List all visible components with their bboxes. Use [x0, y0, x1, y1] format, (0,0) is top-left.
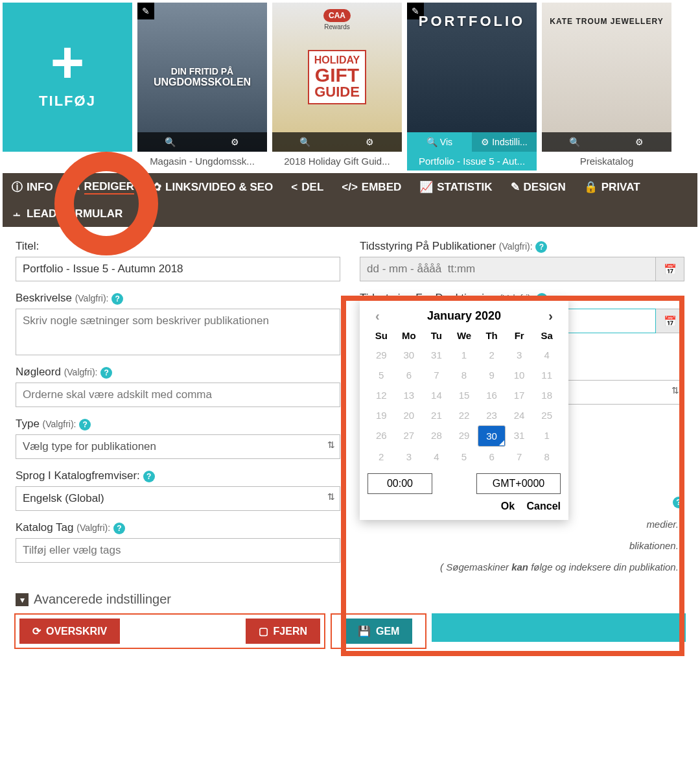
type-select[interactable]: Vælg type for publikationen	[16, 434, 340, 459]
titel-input[interactable]	[16, 257, 340, 281]
calendar-day[interactable]: 27	[395, 425, 423, 447]
zoom-button[interactable]: 🔍	[542, 132, 607, 152]
calendar-day[interactable]: 7	[506, 447, 533, 467]
calendar-day[interactable]: 15	[450, 385, 478, 405]
calendar-day[interactable]: 4	[533, 345, 561, 365]
tag-input[interactable]	[16, 538, 340, 563]
refresh-icon: ⟳	[32, 625, 41, 637]
cancel-button[interactable]: Cancel	[527, 501, 561, 512]
calendar-day[interactable]: 25	[533, 405, 561, 425]
calendar-day[interactable]: 10	[506, 365, 533, 385]
calendar-day[interactable]: 11	[533, 365, 561, 385]
publication-cover[interactable]: CAA Rewards HOLIDAY GIFT GUIDE 🔍 ⚙	[272, 3, 402, 152]
calendar-day[interactable]: 2	[368, 447, 395, 467]
calendar-day[interactable]: 3	[395, 447, 423, 467]
gear-icon: ⚙	[635, 137, 644, 147]
calendar-day[interactable]: 30	[478, 425, 506, 447]
ok-button[interactable]: Ok	[501, 501, 515, 512]
calendar-day[interactable]: 13	[395, 385, 423, 405]
help-icon[interactable]: ?	[535, 241, 547, 253]
calendar-day[interactable]: 12	[368, 385, 395, 405]
tab-bar: ⓘINFO ✎REDIGER ✿LINKS/VIDEO & SEO <DEL <…	[3, 173, 697, 227]
timezone-input[interactable]	[476, 473, 561, 494]
fjern-button[interactable]: ▢FJERN	[246, 619, 320, 644]
search-icon: 🔍	[569, 137, 580, 147]
tab-lead[interactable]: ⫠LEAD FORMULAR	[3, 201, 132, 227]
settings-button[interactable]: ⚙	[202, 132, 267, 152]
calendar-day[interactable]: 31	[423, 345, 450, 365]
help-icon[interactable]: ?	[79, 419, 91, 430]
tab-embed[interactable]: </>EMBED	[332, 173, 410, 201]
calendar-day[interactable]: 19	[368, 405, 395, 425]
settings-button[interactable]: ⚙	[337, 132, 402, 152]
overskriv-button[interactable]: ⟳OVERSKRIV	[19, 619, 120, 644]
calendar-day[interactable]: 20	[395, 405, 423, 425]
publication-cover[interactable]: ✎ DIN FRITID PÅ UNGDOMSSKOLEN 🔍 ⚙	[137, 3, 267, 152]
calendar-day[interactable]: 5	[450, 447, 478, 467]
tab-info[interactable]: ⓘINFO	[3, 173, 62, 201]
time-input[interactable]	[368, 473, 432, 494]
tab-rediger[interactable]: ✎REDIGER	[62, 173, 143, 201]
calendar-day[interactable]: 22	[450, 405, 478, 425]
prev-month-button[interactable]: ‹	[371, 309, 384, 324]
publication-cover[interactable]: KATE TROUM JEWELLERY 🔍 ⚙	[542, 3, 671, 152]
beskrivelse-textarea[interactable]	[16, 309, 340, 355]
calendar-day[interactable]: 23	[478, 405, 506, 425]
help-icon[interactable]: ?	[673, 497, 684, 508]
add-publication-tile[interactable]: + TILFØJ	[3, 3, 132, 152]
calendar-day[interactable]: 16	[478, 385, 506, 405]
calendar-button[interactable]: 📅	[656, 257, 684, 281]
advanced-settings-label: Avancerede indstillinger	[34, 592, 171, 607]
tidsstyring-pub-label: Tidsstyring På Publikationer (Valgfri): …	[360, 240, 684, 253]
settings-button[interactable]: ⚙ Indstilli...	[472, 132, 537, 152]
calendar-day[interactable]: 8	[533, 447, 561, 467]
publication-cover[interactable]: ✎ PORTFOLIO 🔍 Vis ⚙ Indstilli...	[407, 3, 537, 152]
zoom-button[interactable]: 🔍	[272, 132, 337, 152]
calendar-day[interactable]: 17	[506, 385, 533, 405]
tab-del[interactable]: <DEL	[282, 173, 332, 201]
help-icon[interactable]: ?	[100, 367, 112, 379]
calendar-day[interactable]: 28	[423, 425, 450, 447]
calendar-day[interactable]: 6	[478, 447, 506, 467]
calendar-day[interactable]: 1	[533, 425, 561, 447]
calendar-day[interactable]: 8	[450, 365, 478, 385]
zoom-button[interactable]: 🔍	[137, 132, 202, 152]
nogleord-label: Nøgleord (Valgfri): ?	[16, 366, 340, 379]
calendar-day[interactable]: 30	[395, 345, 423, 365]
next-month-button[interactable]: ›	[544, 309, 557, 324]
advanced-settings-toggle[interactable]: ▾ Avancerede indstillinger	[16, 592, 684, 607]
calendar-day[interactable]: 31	[506, 425, 533, 447]
calendar-day[interactable]: 7	[423, 365, 450, 385]
calendar-button[interactable]: 📅	[656, 309, 684, 333]
tab-privat[interactable]: 🔒PRIVAT	[575, 173, 649, 201]
calendar-day[interactable]: 29	[450, 425, 478, 447]
sprog-select[interactable]: Engelsk (Global)	[16, 486, 340, 511]
calendar-day[interactable]: 6	[395, 365, 423, 385]
calendar-day[interactable]: 26	[368, 425, 395, 447]
calendar-day[interactable]: 3	[506, 345, 533, 365]
view-button[interactable]: 🔍 Vis	[407, 132, 472, 152]
calendar-day[interactable]: 18	[533, 385, 561, 405]
settings-button[interactable]: ⚙	[607, 132, 671, 152]
calendar-day[interactable]: 9	[478, 365, 506, 385]
calendar-day[interactable]: 29	[368, 345, 395, 365]
calendar-day[interactable]: 5	[368, 365, 395, 385]
help-icon[interactable]: ?	[113, 523, 125, 534]
calendar-dow: Fr	[506, 326, 533, 345]
help-icon[interactable]: ?	[111, 293, 123, 305]
tab-design[interactable]: ✎DESIGN	[502, 173, 575, 201]
calendar-day[interactable]: 2	[478, 345, 506, 365]
calendar-day[interactable]: 4	[423, 447, 450, 467]
calendar-day[interactable]: 1	[450, 345, 478, 365]
nogleord-input[interactable]	[16, 383, 340, 407]
calendar-day[interactable]: 21	[423, 405, 450, 425]
tab-links[interactable]: ✿LINKS/VIDEO & SEO	[143, 173, 282, 201]
gem-button[interactable]: 💾GEM	[345, 619, 412, 644]
tidsstyring-pub-input[interactable]	[360, 257, 656, 281]
calendar-day[interactable]: 24	[506, 405, 533, 425]
calendar-day[interactable]: 14	[423, 385, 450, 405]
datepicker-popup: ‹ January 2020 › SuMoTuWeThFrSa293031123…	[360, 298, 568, 520]
tab-statistik[interactable]: 📈STATISTIK	[410, 173, 501, 201]
publication-title: Preiskatalog	[542, 152, 671, 171]
help-icon[interactable]: ?	[143, 471, 155, 482]
